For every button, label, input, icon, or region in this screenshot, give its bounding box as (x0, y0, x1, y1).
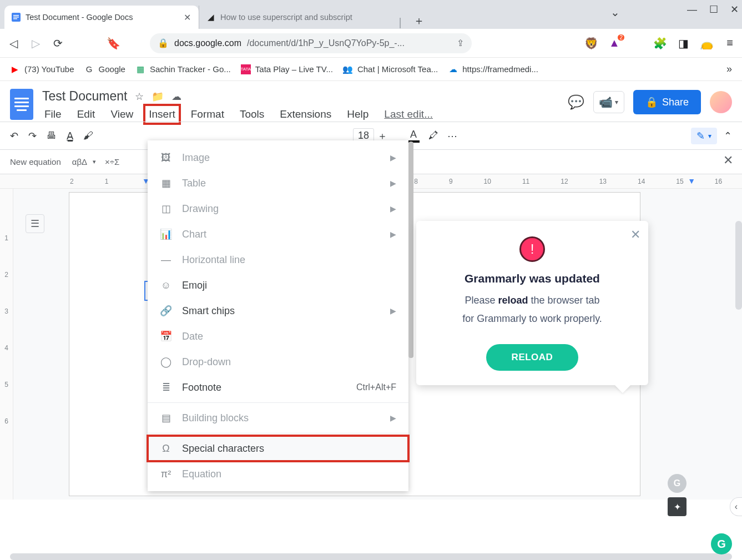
menu-item-icon: ☺ (160, 280, 172, 291)
bookmark-page-icon[interactable]: 🔖 (105, 36, 121, 51)
menu-help[interactable]: Help (345, 107, 371, 122)
warning-icon: ! (519, 236, 545, 262)
url-input[interactable]: 🔒 docs.google.com /document/d/1hP_y_UsnQ… (150, 33, 472, 53)
account-avatar[interactable] (710, 91, 732, 113)
close-equation-toolbar-icon[interactable]: ✕ (723, 153, 733, 168)
docs-logo-icon[interactable] (10, 89, 33, 120)
grammarly-status-icon[interactable]: G (668, 474, 687, 493)
insert-menu-item[interactable]: ◯Drop-down (148, 349, 408, 375)
insert-menu-item[interactable]: 🖼Image▶ (148, 145, 408, 170)
text-color-button[interactable]: A (407, 129, 420, 143)
undo-icon[interactable]: ↶ (10, 130, 18, 142)
star-icon[interactable]: ☆ (135, 90, 144, 103)
meet-button[interactable]: 📹▾ (593, 91, 624, 113)
ruler-tick: 5 (4, 381, 8, 389)
math-ops-button[interactable]: ×÷Σ (105, 157, 119, 167)
show-outline-button[interactable]: ☰ (26, 214, 44, 233)
vertical-ruler[interactable]: 123456 (0, 189, 13, 500)
menu-format[interactable]: Format (189, 107, 226, 122)
grammarly-close-icon[interactable]: ✕ (630, 228, 640, 242)
redo-icon[interactable]: ↷ (28, 130, 37, 142)
menu-extensions[interactable]: Extensions (277, 107, 334, 122)
insert-menu-item[interactable]: π²Equation (148, 461, 408, 487)
collapse-toolbar-icon[interactable]: ⌃ (724, 130, 732, 142)
new-tab-button[interactable]: ＋ (411, 12, 427, 29)
brave-shield-icon[interactable]: 🦁 (584, 37, 598, 50)
insert-menu-item[interactable]: 📅Date (148, 324, 408, 349)
insert-menu-item[interactable]: 🔗Smart chips▶ (148, 298, 408, 324)
last-edit-link[interactable]: Last edit... (382, 107, 435, 122)
bookmark-item[interactable]: GGoogle (84, 64, 125, 74)
ruler-tick: 2 (70, 178, 74, 185)
insert-menu-item[interactable]: ◫Drawing▶ (148, 196, 408, 221)
share-url-icon[interactable]: ⇪ (457, 38, 464, 48)
nav-back-icon[interactable]: ◁ (6, 36, 21, 51)
document-title[interactable]: Test Document (42, 89, 127, 104)
grammarly-popup: ✕ ! Grammarly was updated Please reload … (416, 221, 648, 385)
tab-close-icon[interactable]: ✕ (184, 12, 191, 23)
spellcheck-icon[interactable]: A̲ (67, 130, 73, 142)
indent-marker-right-icon[interactable]: ▼ (688, 176, 695, 185)
ruler-tick: 16 (715, 178, 722, 185)
window-minimize-icon[interactable]: ― (687, 4, 697, 16)
wallet-icon[interactable]: 👝 (700, 37, 713, 50)
bookmark-item[interactable]: 👥Chat | Microsoft Tea... (343, 64, 438, 74)
highlight-color-icon[interactable]: 🖍 (428, 130, 438, 142)
horizontal-scrollbar[interactable] (10, 553, 732, 560)
menu-edit[interactable]: Edit (75, 107, 98, 122)
nav-forward-icon[interactable]: ▷ (28, 36, 43, 51)
grammarly-title: Grammarly was updated (430, 272, 635, 285)
cloud-status-icon[interactable]: ☁ (171, 90, 181, 103)
insert-menu-item[interactable]: —Horizontal line (148, 247, 408, 273)
menu-item-icon: 📊 (160, 228, 172, 240)
menu-insert[interactable]: Insert (147, 107, 178, 122)
show-side-panel-icon[interactable]: ‹ (730, 497, 742, 516)
browser-menu-icon[interactable]: ≡ (723, 37, 736, 50)
window-close-icon[interactable]: ✕ (730, 3, 739, 16)
more-tools-icon[interactable]: ⋯ (447, 130, 457, 142)
greek-letters-button[interactable]: αβΔ (72, 157, 87, 167)
menu-view[interactable]: View (108, 107, 135, 122)
dropdown-scrollbar[interactable] (408, 142, 413, 358)
bookmark-label: https://framedmedi... (462, 64, 538, 74)
new-equation-button[interactable]: New equation (10, 157, 61, 167)
paint-format-icon[interactable]: 🖌 (83, 130, 93, 142)
ruler-tick: 3 (4, 307, 8, 315)
move-icon[interactable]: 📁 (152, 90, 164, 103)
bookmark-item[interactable]: ☁https://framedmedi... (448, 64, 538, 74)
vertical-scrollbar[interactable] (735, 221, 742, 310)
window-maximize-icon[interactable]: ☐ (709, 3, 718, 16)
extensions-icon[interactable]: 🧩 (653, 37, 667, 50)
menu-item-icon: ≣ (160, 381, 172, 393)
insert-menu-item[interactable]: ▦Table▶ (148, 170, 408, 196)
ruler-tick: 4 (4, 344, 8, 352)
bookmark-item[interactable]: ▦Sachin Tracker - Go... (135, 64, 231, 74)
ruler-tick: 10 (484, 178, 491, 185)
grammarly-reload-button[interactable]: RELOAD (486, 344, 579, 371)
tab-search-icon[interactable]: ⌄ (610, 6, 620, 19)
sidepanel-icon[interactable]: ◨ (677, 37, 690, 50)
insert-menu-item[interactable]: ▤Building blocks▶ (148, 405, 408, 431)
brave-rewards-icon[interactable]: ▲2 (608, 37, 621, 50)
comments-icon[interactable]: 💬 (568, 94, 584, 110)
explore-button[interactable]: ✦ (668, 497, 687, 516)
grammarly-badge-icon[interactable]: G (711, 533, 732, 554)
insert-menu-item[interactable]: ≣FootnoteCtrl+Alt+F (148, 375, 408, 400)
browser-tab-inactive[interactable]: ◢ How to use superscript and subscript (199, 6, 393, 29)
browser-tab-active[interactable]: Test Document - Google Docs ✕ (4, 6, 199, 29)
site-favicon-icon: ◢ (206, 12, 216, 22)
nav-reload-icon[interactable]: ⟳ (50, 36, 65, 51)
editing-mode-button[interactable]: ✎▾ (691, 128, 717, 144)
print-icon[interactable]: 🖶 (47, 130, 57, 142)
teams-icon: 👥 (343, 64, 353, 74)
bookmark-item[interactable]: ▶(73) YouTube (10, 64, 74, 74)
bookmarks-overflow-icon[interactable]: » (726, 63, 732, 75)
insert-menu-item[interactable]: ΩSpecial characters (148, 436, 408, 461)
menu-file[interactable]: File (42, 107, 64, 122)
share-button[interactable]: 🔒Share (633, 90, 701, 114)
insert-menu-item[interactable]: ☺Emoji (148, 273, 408, 298)
bookmark-item[interactable]: TATATata Play – Live TV... (241, 64, 333, 74)
insert-menu-item[interactable]: 📊Chart▶ (148, 221, 408, 247)
menu-tools[interactable]: Tools (238, 107, 266, 122)
menu-item-icon: 📅 (160, 330, 172, 342)
